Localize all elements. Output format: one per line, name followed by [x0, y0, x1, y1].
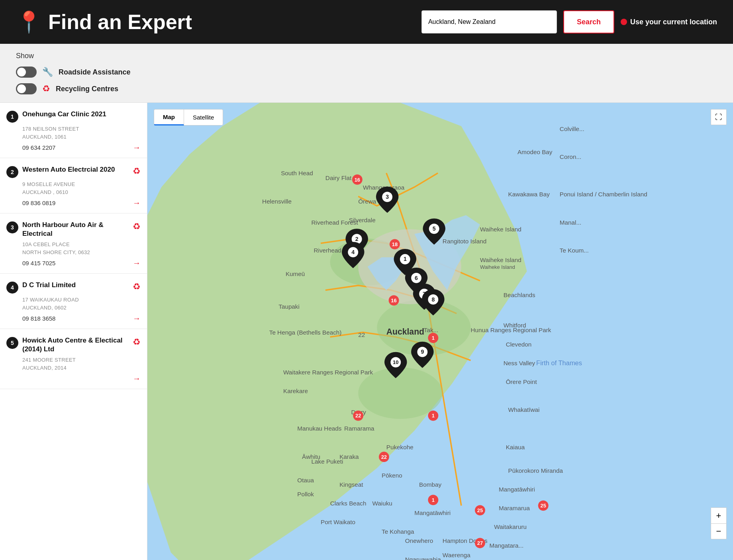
listing-arrow-icon[interactable]: →: [133, 198, 141, 208]
svg-text:3: 3: [386, 194, 389, 200]
page-title: Find an Expert: [48, 10, 192, 34]
svg-text:Helensville: Helensville: [262, 198, 292, 205]
map-area: Map Satellite ⛶: [147, 103, 733, 560]
map-svg: South Head Helensville Riverhead Forest …: [147, 103, 733, 560]
listing-header: 2 Western Auto Electrcial 2020: [6, 165, 141, 178]
listing-arrow-icon[interactable]: →: [133, 143, 141, 152]
listing-address: 17 WAIKAUKAU ROADAUCKLAND, 0602: [22, 296, 141, 311]
svg-text:South Head: South Head: [281, 170, 313, 176]
location-dot-icon: [621, 19, 627, 25]
svg-text:Lake Puketi: Lake Puketi: [312, 458, 343, 465]
listing-arrow-icon[interactable]: →: [133, 258, 141, 268]
svg-text:Te Koum...: Te Koum...: [560, 247, 589, 254]
svg-text:Waiheke Island: Waiheke Island: [480, 257, 521, 263]
pin-icon: 📍: [16, 12, 42, 32]
svg-text:Pukekohe: Pukekohe: [386, 444, 414, 450]
svg-text:Clevedon: Clevedon: [506, 341, 531, 348]
svg-text:Coron...: Coron...: [560, 153, 581, 160]
svg-text:Ōrere Point: Ōrere Point: [506, 378, 537, 385]
svg-text:Riverhead: Riverhead: [314, 247, 341, 254]
recycling-icon: ♻: [42, 84, 50, 94]
svg-text:Mangatāwhiri: Mangatāwhiri: [414, 509, 451, 516]
list-item[interactable]: 2 Western Auto Electrcial 2020 ♻ 9 MOSEL…: [0, 158, 147, 213]
svg-text:Clarks Beach: Clarks Beach: [330, 500, 366, 507]
recycle-icon: ♻: [133, 166, 141, 176]
listing-phone: 09 415 7025: [22, 260, 55, 266]
svg-text:2: 2: [355, 236, 359, 242]
svg-text:Whakatīwai: Whakatīwai: [508, 406, 540, 413]
svg-text:Otaua: Otaua: [297, 477, 314, 484]
svg-text:Waitakaruru: Waitakaruru: [494, 523, 527, 530]
svg-text:Pūkorokoro Miranda: Pūkorokoro Miranda: [508, 467, 563, 474]
svg-text:Kaiaua: Kaiaua: [506, 444, 525, 450]
svg-text:Manukau Heads: Manukau Heads: [297, 425, 342, 432]
listing-phone-row: 09 818 3658 →: [22, 314, 141, 323]
svg-text:Ramarama: Ramarama: [344, 425, 374, 432]
svg-text:Te Henga (Bethells Beach): Te Henga (Bethells Beach): [269, 329, 342, 336]
svg-text:Beachlands: Beachlands: [504, 292, 535, 298]
svg-text:Waitakere Ranges Regional Park: Waitakere Ranges Regional Park: [283, 369, 373, 376]
zoom-out-button[interactable]: −: [711, 523, 727, 539]
recycling-label: Recycling Centres: [56, 85, 118, 93]
svg-text:Maramarua: Maramarua: [499, 505, 530, 511]
svg-text:Amodeo Bay: Amodeo Bay: [517, 149, 553, 155]
recycling-filter-row: ♻ Recycling Centres: [16, 83, 717, 94]
svg-text:5: 5: [433, 225, 436, 232]
svg-text:Pollok: Pollok: [297, 491, 314, 497]
listing-arrow-icon[interactable]: →: [133, 314, 141, 323]
map-fullscreen-button[interactable]: ⛶: [711, 109, 727, 125]
listing-phone: 09 634 2207: [22, 144, 55, 151]
svg-text:25: 25: [541, 503, 546, 509]
list-item[interactable]: 4 D C Trial Limited ♻ 17 WAIKAUKAU ROADA…: [0, 274, 147, 329]
listing-number: 4: [6, 282, 18, 294]
listing-number: 3: [6, 221, 18, 233]
listing-address: 241 MOORE STREETAUCKLAND, 2014: [22, 356, 141, 372]
svg-text:Ness Valley: Ness Valley: [504, 360, 535, 366]
zoom-in-button[interactable]: +: [711, 507, 727, 523]
svg-text:Dairy Flat: Dairy Flat: [325, 174, 352, 181]
svg-text:Taupaki: Taupaki: [278, 303, 300, 310]
svg-text:Rangitoto Island: Rangitoto Island: [443, 238, 486, 245]
svg-text:8: 8: [431, 296, 435, 303]
use-location-button[interactable]: Use your current location: [621, 18, 717, 26]
tab-satellite[interactable]: Satellite: [184, 109, 223, 125]
list-item[interactable]: 5 Howick Auto Centre & Electical (2014) …: [0, 329, 147, 389]
list-item[interactable]: 1 Onehunga Car Clinic 2021 178 NEILSON S…: [0, 103, 147, 158]
roadside-label: Roadside Assistance: [59, 68, 130, 76]
listing-phone: 09 836 0819: [22, 200, 55, 206]
svg-text:Silverdale: Silverdale: [349, 217, 376, 223]
list-item[interactable]: 3 North Harbour Auto Air & Electrical ♻ …: [0, 213, 147, 274]
search-input[interactable]: [421, 10, 557, 33]
roadside-toggle[interactable]: [16, 67, 37, 78]
listing-header: 5 Howick Auto Centre & Electical (2014) …: [6, 336, 141, 354]
svg-text:Mangatara...: Mangatara...: [489, 542, 523, 549]
listing-number: 5: [6, 337, 18, 349]
listing-phone-row: →: [22, 374, 141, 383]
listing-phone-row: 09 836 0819 →: [22, 198, 141, 208]
listing-name: Onehunga Car Clinic 2021: [22, 110, 141, 119]
svg-text:1: 1: [404, 256, 407, 262]
svg-text:Karekare: Karekare: [283, 388, 308, 394]
tab-map[interactable]: Map: [154, 109, 184, 125]
svg-text:9: 9: [421, 349, 424, 355]
svg-text:1: 1: [432, 335, 435, 341]
svg-text:Firth of Thames: Firth of Thames: [536, 359, 582, 366]
listing-arrow-icon[interactable]: →: [133, 374, 141, 383]
svg-text:22: 22: [381, 454, 387, 460]
recycling-toggle[interactable]: [16, 83, 37, 94]
svg-text:Waerenga: Waerenga: [443, 552, 470, 558]
svg-text:Waiheke Island: Waiheke Island: [480, 264, 515, 270]
svg-text:22: 22: [358, 331, 365, 338]
svg-text:Hunua Ranges Regional Park: Hunua Ranges Regional Park: [470, 327, 551, 333]
listing-header: 1 Onehunga Car Clinic 2021: [6, 110, 141, 123]
svg-text:22: 22: [355, 413, 361, 419]
svg-text:Auckland: Auckland: [386, 327, 424, 336]
search-button[interactable]: Search: [563, 10, 614, 33]
header: 📍 Find an Expert Search Use your current…: [0, 0, 733, 44]
listing-name: D C Trial Limited: [22, 281, 141, 290]
main-content: 1 Onehunga Car Clinic 2021 178 NEILSON S…: [0, 103, 733, 560]
svg-text:6: 6: [415, 275, 418, 281]
filter-bar: Show 🔧 Roadside Assistance ♻ Recycling C…: [0, 44, 733, 103]
svg-text:Tak...: Tak...: [424, 327, 438, 333]
svg-text:Mangatāwhiri: Mangatāwhiri: [499, 486, 535, 493]
